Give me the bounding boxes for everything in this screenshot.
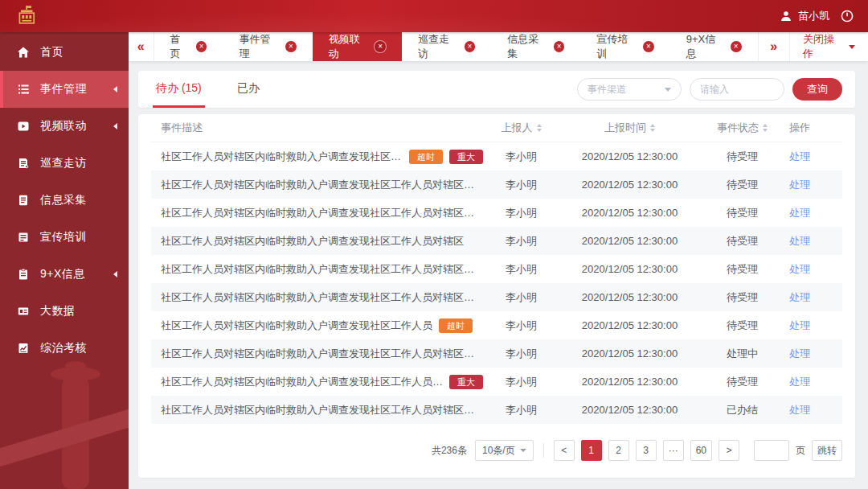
page-button-2[interactable]: 2	[608, 440, 629, 461]
close-icon[interactable]: ×	[465, 41, 476, 52]
close-operations-dropdown[interactable]: 关闭操作	[789, 32, 868, 61]
handle-link[interactable]: 处理	[789, 347, 810, 360]
report-time: 2020/12/05 12:30:00	[559, 179, 700, 191]
handle-link[interactable]: 处理	[789, 291, 810, 303]
sidebar-item-video-linkage[interactable]: 视频联动	[0, 108, 129, 145]
close-icon[interactable]: ×	[285, 41, 297, 52]
sidebar-item-9x-info[interactable]: 9+X信息	[0, 256, 129, 293]
sort-icon	[763, 124, 768, 132]
handle-link[interactable]: 处理	[789, 207, 810, 219]
event-channel-select[interactable]: 事件渠道	[577, 78, 682, 101]
tabs-scroll-left-button[interactable]: «	[129, 32, 154, 61]
page-button-60[interactable]: 60	[690, 440, 712, 461]
tab-event-management[interactable]: 事件管理 ×	[223, 32, 312, 61]
handle-link[interactable]: 处理	[789, 179, 810, 191]
status-badge: 已办结	[700, 403, 784, 417]
event-description: 社区工作人员对辖区内临时救助入户调查发现社区工作人员对辖区内辖区...	[161, 150, 403, 164]
reporter: 李小明	[483, 234, 559, 249]
report-time: 2020/12/05 12:30:00	[559, 235, 700, 247]
overtime-badge: 超时	[409, 150, 443, 164]
sidebar-item-publicity-training[interactable]: 宣传培训	[0, 219, 129, 256]
sidebar-item-info-collection[interactable]: 信息采集	[0, 182, 129, 219]
tab-home[interactable]: 首页 ×	[154, 32, 223, 61]
close-icon[interactable]: ×	[375, 41, 386, 52]
close-icon[interactable]: ×	[196, 41, 207, 52]
building-logo-icon	[16, 5, 38, 27]
prev-page-button[interactable]: <	[554, 440, 575, 461]
major-badge: 重大	[449, 375, 483, 389]
event-description: 社区工作人员对辖区内临时救助入户调查发现社区工作人员对辖区	[161, 234, 464, 249]
clipboard-icon	[16, 267, 31, 281]
event-description: 社区工作人员对辖区内临时救助入户调查发现社区工作人员对辖区内辖区内辖区辖区内辖区…	[161, 347, 483, 361]
total-count: 共236条	[432, 444, 467, 458]
col-header-report-time[interactable]: 上报时间	[559, 121, 700, 135]
tab-patrol-visit[interactable]: 巡查走访 ×	[402, 32, 491, 61]
page-ellipsis[interactable]: ···	[663, 440, 684, 461]
reporter: 李小明	[483, 318, 559, 333]
sidebar-item-home[interactable]: 首页	[0, 34, 129, 71]
sidebar-item-label: 9+X信息	[40, 267, 85, 281]
report-time: 2020/12/05 12:30:00	[559, 207, 700, 219]
jump-page-input[interactable]	[754, 440, 789, 461]
handle-link[interactable]: 处理	[789, 150, 810, 162]
page-button-3[interactable]: 3	[636, 440, 657, 461]
query-button[interactable]: 查询	[792, 78, 842, 101]
tab-9x-info[interactable]: 9+X信息 ×	[670, 32, 758, 61]
sidebar-item-big-data[interactable]: 大数据	[0, 293, 129, 330]
sidebar-item-comprehensive-assessment[interactable]: 综治考核	[0, 330, 129, 367]
handle-link[interactable]: 处理	[789, 376, 810, 388]
tab-label: 首页	[170, 32, 190, 61]
table-row: 社区工作人员对辖区内临时救助入户调查发现社区工作人员对辖区内辖区... 李小明 …	[151, 199, 842, 227]
page-size-select[interactable]: 10条/页	[475, 440, 534, 461]
home-icon	[16, 45, 31, 60]
close-icon[interactable]: ×	[731, 41, 742, 52]
assessment-icon	[16, 341, 31, 355]
patrol-icon	[16, 156, 31, 171]
tab-bar: « 首页 × 事件管理 × 视频联动 × 巡查走访 ×	[129, 32, 868, 61]
chevron-down-icon	[849, 45, 855, 49]
sidebar-item-patrol-visit[interactable]: 巡查走访	[0, 145, 129, 182]
reporter: 李小明	[483, 178, 559, 192]
filter-controls: 事件渠道 查询	[577, 78, 842, 101]
handle-link[interactable]: 处理	[789, 263, 810, 275]
tab-publicity-training[interactable]: 宣传培训 ×	[580, 32, 669, 61]
top-header: 苗小凯	[0, 0, 868, 32]
tabs-scroll-right-button[interactable]: »	[758, 32, 789, 61]
sidebar-nav: 首页 事件管理 视频联动 巡查走访	[0, 32, 129, 367]
tab-video-linkage[interactable]: 视频联动 ×	[313, 32, 402, 61]
reporter: 李小明	[483, 206, 559, 220]
page-button-1[interactable]: 1	[581, 440, 602, 461]
tab-info-collection[interactable]: 信息采集 ×	[491, 32, 580, 61]
chevron-down-icon	[520, 449, 526, 452]
col-header-status[interactable]: 事件状态	[700, 121, 784, 135]
handle-link[interactable]: 处理	[789, 235, 810, 247]
sidebar-watermark-column	[0, 348, 129, 489]
event-description: 社区工作人员对辖区内临时救助入户调查发现社区工作人员	[161, 318, 432, 333]
tab-done[interactable]: 已办	[234, 71, 263, 108]
next-page-button[interactable]: >	[719, 440, 739, 461]
status-tabs: 待办 (15) 已办	[153, 71, 263, 108]
jump-page-unit: 页	[796, 444, 805, 458]
logout-icon[interactable]	[841, 10, 854, 23]
app-logo[interactable]	[16, 5, 38, 27]
close-icon[interactable]: ×	[643, 41, 654, 52]
chevron-left-icon	[113, 86, 117, 92]
app-root: 苗小凯 首页 事件管理	[0, 0, 868, 489]
jump-button[interactable]: 跳转	[812, 440, 842, 461]
keyword-input[interactable]	[690, 78, 784, 101]
event-table: 事件描述 上报人 上报时间 事件状态 操作	[138, 114, 855, 478]
user-area: 苗小凯	[780, 9, 854, 23]
sidebar-item-label: 事件管理	[40, 82, 87, 97]
video-icon	[16, 119, 31, 134]
event-description: 社区工作人员对辖区内临时救助入户调查发现社区工作人员对辖区内辖区内辖区辖区内辖区…	[161, 290, 483, 305]
close-icon[interactable]: ×	[554, 41, 565, 52]
sidebar-item-event-management[interactable]: 事件管理	[0, 71, 129, 108]
col-header-reporter[interactable]: 上报人	[483, 121, 559, 135]
col-header-description: 事件描述	[151, 121, 483, 135]
handle-link[interactable]: 处理	[789, 404, 810, 416]
user-icon	[780, 10, 792, 22]
handle-link[interactable]: 处理	[789, 319, 810, 331]
filter-card: 待办 (15) 已办 事件渠道 查询	[138, 71, 855, 108]
tab-label: 信息采集	[507, 32, 548, 61]
tab-todo[interactable]: 待办 (15)	[153, 71, 205, 108]
